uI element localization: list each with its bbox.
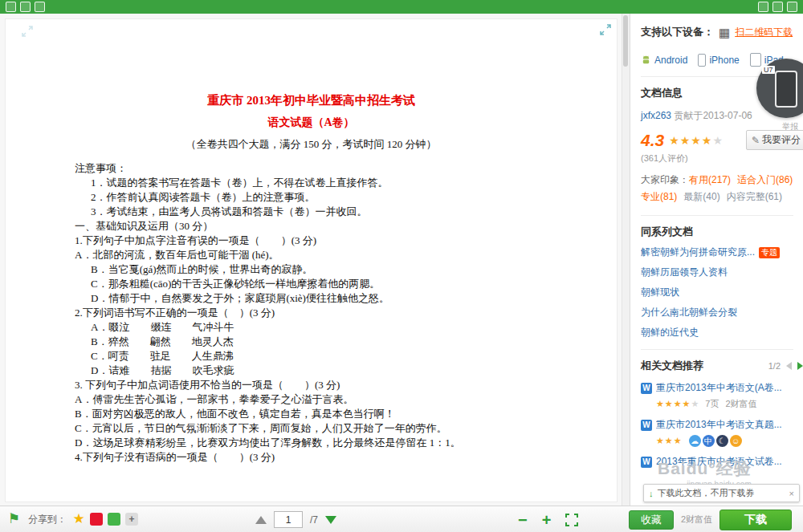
zoom-controls: − + — [518, 506, 578, 532]
series-section: 同系列文档 解密朝鲜为何拼命研究原... 专题 朝鲜历届领导人资料 朝鲜现状 为… — [641, 225, 803, 339]
devices-section: 支持以下设备： ▦ 扫二维码下载 — [641, 25, 803, 39]
rating-row: 4.3 ★★★★★ ✎ 我要评分 — [641, 130, 803, 150]
scrollbar-thumb[interactable] — [623, 15, 628, 67]
related-doc-pages: 7页 — [705, 398, 719, 410]
minimize-icon[interactable] — [772, 2, 783, 12]
cloud-icon: ☁ — [689, 435, 701, 447]
doc-line: D．诘难 拮据 吹毛求疵 — [75, 363, 602, 378]
doc-line: A．啜泣 缀连 气冲斗牛 — [75, 320, 602, 335]
related-prev-icon[interactable] — [786, 362, 792, 370]
related-heading-row: 相关文档推荐 1/2 — [641, 359, 803, 373]
home-icon[interactable] — [35, 2, 45, 12]
series-link[interactable]: 朝鲜的近代史 — [641, 326, 699, 339]
scan-qr-download-link[interactable]: 扫二维码下载 — [735, 26, 793, 39]
related-item: W 重庆市2013年中考语文(A卷... ★★★★★ 7页 2财富值 — [641, 381, 803, 410]
share-icons: ★ + — [72, 513, 138, 526]
tag-useful[interactable]: 有用(217) — [689, 174, 731, 185]
close-icon[interactable]: × — [789, 489, 794, 498]
settings-icon[interactable] — [758, 2, 768, 12]
expand-icon[interactable] — [787, 2, 797, 12]
series-heading: 同系列文档 — [641, 225, 803, 239]
share-wechat-icon[interactable] — [108, 513, 120, 526]
tag-professional[interactable]: 专业(81) — [641, 191, 677, 202]
sidebar: 支持以下设备： ▦ 扫二维码下载 Android iPhone iPad U7 … — [630, 14, 803, 506]
half-star-icon: ★ — [712, 134, 724, 147]
doc-line: C．呵责 驻足 人生鼎沸 — [75, 349, 602, 363]
report-link[interactable]: 举报 — [782, 121, 798, 132]
series-item: 朝鲜历届领导人资料 — [641, 266, 803, 279]
related-item: W 2013年重庆市中考语文试卷... — [641, 455, 803, 469]
document-viewer: 重庆市 2013年初中毕业暨高中招生考试 语文试题（A卷） （全卷共四个大题，满… — [0, 14, 630, 506]
iphone-link[interactable]: iPhone — [698, 54, 739, 67]
related-doc-link[interactable]: 2013年重庆市中考语文试卷... — [656, 455, 782, 469]
next-page-button[interactable] — [325, 516, 336, 524]
doc-line: 2．作答前认真阅读答题卡（卷）上的注意事项。 — [75, 190, 602, 205]
related-doc-link[interactable]: 重庆市2013年中考语文(A卷... — [656, 381, 782, 395]
share-more-icon[interactable]: + — [125, 513, 138, 526]
related-section: 相关文档推荐 1/2 W 重庆市2013年中考语文(A卷... ★★★★★ 7页… — [641, 359, 803, 469]
doc-line: D．情郁于中，自然要发之于外；家庭琐屑(xiè)便往往触他之怒。 — [75, 291, 602, 306]
doc-line: B．猝然 翩然 地灵人杰 — [75, 335, 602, 349]
tag-complete[interactable]: 内容完整(61) — [727, 191, 782, 202]
series-item: 为什么南北朝鲜会分裂 — [641, 306, 803, 319]
contributor-link[interactable]: jxfx263 — [641, 110, 671, 121]
download-controls: 收藏 2财富值 下载 — [629, 506, 792, 532]
related-pager: 1/2 — [768, 361, 781, 371]
rate-button-label: 我要评分 — [762, 133, 801, 147]
zoom-in-button[interactable]: + — [542, 512, 552, 528]
share-label: 分享到： — [28, 506, 67, 532]
moon-icon: ☾ — [716, 435, 728, 447]
scrollbar[interactable] — [622, 14, 630, 506]
document-page: 重庆市 2013年初中毕业暨高中招生考试 语文试题（A卷） （全卷共四个大题，满… — [5, 18, 618, 502]
doc-line: 1．试题的答案书写在答题卡（卷）上，不得在试卷上直接作答。 — [75, 176, 602, 190]
fullscreen-icon[interactable] — [565, 514, 578, 526]
favorite-button[interactable]: 收藏 — [629, 510, 674, 530]
series-link[interactable]: 朝鲜现状 — [641, 286, 679, 299]
android-link[interactable]: Android — [641, 55, 687, 66]
prev-page-button[interactable] — [255, 516, 267, 524]
doc-line: C．元宵以后，节日的气氛渐渐淡了下来，周而复始，人们又开始了一年的劳作。 — [75, 421, 602, 436]
tag-beginner[interactable]: 适合入门(86) — [737, 174, 793, 185]
contributed-date: 贡献于2013-07-06 — [674, 110, 752, 121]
divider — [641, 215, 793, 216]
apps-icon[interactable] — [20, 2, 31, 12]
tag-newest[interactable]: 最新(40) — [683, 191, 719, 202]
doc-line: 3．考试结束，由监考人员将试题和答题卡（卷）一并收回。 — [75, 205, 602, 219]
menu-icon[interactable] — [6, 2, 16, 12]
download-toast: ↓ 下载此文档，不用下载券 × — [643, 484, 800, 502]
rate-button[interactable]: ✎ 我要评分 — [746, 130, 803, 150]
series-link[interactable]: 为什么南北朝鲜会分裂 — [641, 306, 737, 319]
star-icon: ★ — [691, 399, 699, 408]
download-icon: ↓ — [649, 489, 654, 498]
page-input[interactable] — [274, 511, 303, 528]
exam-meta: （全卷共四个大题，满分 150 分，考试时间 120 分钟） — [6, 137, 617, 152]
series-link[interactable]: 朝鲜历届领导人资料 — [641, 266, 728, 279]
download-button[interactable]: 下载 — [719, 510, 792, 530]
expand-corner-icon[interactable] — [599, 23, 612, 36]
top-toolbar — [0, 0, 803, 14]
zoom-out-button[interactable]: − — [518, 512, 528, 528]
topic-badge: 专题 — [759, 247, 780, 258]
related-doc-meta: ★★★★★ 7页 2财富值 — [656, 398, 803, 410]
doc-line: 4.下列句子没有语病的一项是（ ）(3 分) — [75, 450, 602, 465]
series-link[interactable]: 解密朝鲜为何拼命研究原... — [641, 246, 755, 259]
zhong-icon: 中 — [703, 435, 715, 447]
share-weibo-icon[interactable] — [90, 513, 103, 526]
qr-code-icon: ▦ — [719, 26, 730, 39]
expand-corner-icon[interactable] — [21, 25, 34, 38]
page-total: /7 — [310, 514, 318, 526]
bookmark-icon[interactable]: ⚑ — [8, 510, 20, 527]
doc-line: 3. 下列句子中加点词语使用不恰当的一项是（ ）(3 分) — [75, 378, 602, 392]
share-favorite-icon[interactable]: ★ — [72, 513, 85, 526]
star-icon: ★★★ — [656, 436, 683, 445]
iphone-label: iPhone — [709, 55, 739, 66]
ipad-icon — [750, 53, 761, 67]
star-icon: ★★★★ — [669, 134, 712, 147]
smiley-icon: ☺ — [730, 435, 742, 447]
related-doc-link[interactable]: 重庆市2013年中考语文真题... — [656, 418, 782, 432]
series-item: 解密朝鲜为何拼命研究原... 专题 — [641, 246, 803, 259]
related-next-icon[interactable] — [797, 362, 803, 370]
doc-line: C．那条粗糙(cāo)的干舌头正像砂轮纸一样地摩擦着他的两腮。 — [75, 277, 602, 291]
rating-count: (361人评价) — [641, 152, 803, 164]
series-item: 朝鲜的近代史 — [641, 326, 803, 339]
